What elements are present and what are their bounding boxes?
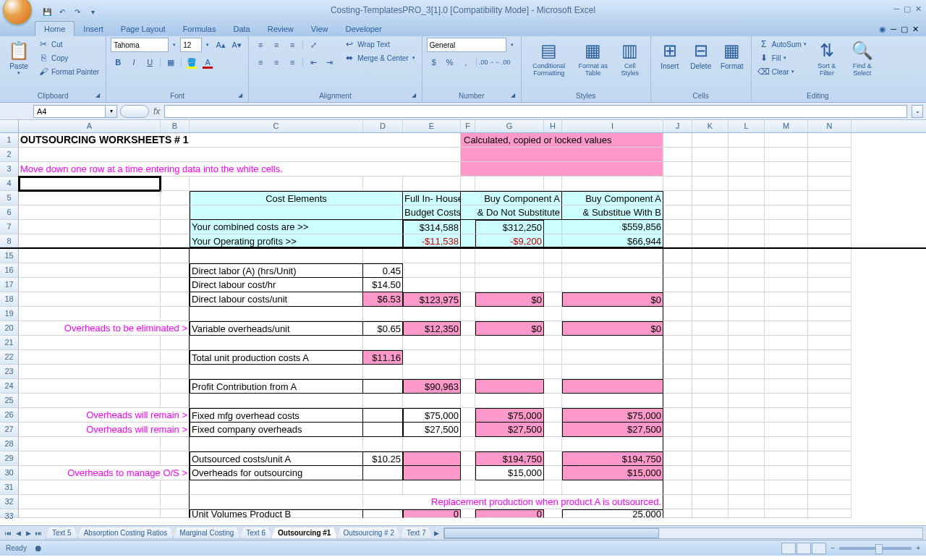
cell[interactable]	[562, 307, 663, 321]
cell[interactable]	[663, 307, 692, 321]
cell[interactable]	[461, 423, 475, 437]
tab-data[interactable]: Data	[224, 22, 258, 36]
tab-nav-last-icon[interactable]: ⏭	[33, 530, 43, 537]
cell[interactable]: $0	[475, 292, 544, 307]
cell[interactable]	[544, 220, 562, 234]
cell[interactable]	[562, 437, 663, 451]
cell[interactable]	[461, 451, 475, 466]
cell[interactable]	[461, 321, 475, 336]
cell[interactable]: Budget Costs	[403, 205, 461, 220]
cell[interactable]	[808, 336, 851, 350]
font-launcher[interactable]: ◢	[238, 92, 247, 101]
name-box[interactable]: A4	[33, 105, 106, 118]
cell[interactable]	[19, 191, 161, 205]
cell[interactable]: $14.50	[363, 278, 403, 292]
cell[interactable]	[808, 205, 851, 220]
cell[interactable]	[461, 234, 475, 247]
cell[interactable]	[663, 148, 692, 162]
cell[interactable]	[461, 177, 475, 191]
cell[interactable]	[729, 350, 765, 365]
sheet-tab-absorption-costing-ratios[interactable]: Absorption Costing Ratios	[77, 527, 174, 539]
row-header-21[interactable]: 21	[0, 336, 19, 350]
cell[interactable]	[190, 177, 363, 191]
cell[interactable]: Variable overheads/unit	[190, 321, 363, 336]
tab-developer[interactable]: Developer	[336, 22, 390, 36]
cell[interactable]	[161, 350, 190, 365]
cell[interactable]	[692, 220, 729, 234]
cell[interactable]	[729, 321, 765, 336]
clear-button[interactable]: ⌫Clear▾	[756, 65, 809, 78]
cell[interactable]	[190, 394, 363, 408]
cell[interactable]	[808, 509, 851, 518]
cell[interactable]	[692, 408, 729, 423]
percent-button[interactable]: %	[443, 55, 457, 69]
cell[interactable]	[19, 292, 161, 307]
cell[interactable]	[562, 336, 663, 350]
col-header-K[interactable]: K	[692, 120, 729, 132]
cell[interactable]: $12,350	[403, 321, 461, 336]
cell[interactable]	[403, 307, 461, 321]
font-color-button[interactable]: A	[200, 55, 215, 69]
cell[interactable]: $11.16	[363, 350, 403, 365]
cell[interactable]	[663, 263, 692, 278]
cell[interactable]	[663, 423, 692, 437]
cell[interactable]	[765, 177, 808, 191]
col-header-I[interactable]: I	[562, 120, 663, 132]
merge-center-button[interactable]: ⬌Merge & Center▾	[341, 51, 417, 64]
align-bottom-button[interactable]: ≡	[285, 38, 300, 52]
cell[interactable]	[190, 437, 363, 451]
cell[interactable]	[475, 480, 544, 495]
cell[interactable]	[729, 466, 765, 480]
cell[interactable]	[363, 177, 403, 191]
row-header-6[interactable]: 6	[0, 205, 19, 220]
cell[interactable]	[19, 451, 161, 466]
cell[interactable]	[729, 408, 765, 423]
cell[interactable]	[475, 249, 544, 263]
cell[interactable]	[692, 234, 729, 247]
cell[interactable]	[663, 379, 692, 394]
ribbon-min-icon[interactable]: ─	[891, 25, 896, 34]
namebox-dropdown-icon[interactable]: ▾	[106, 105, 117, 118]
cell-A4[interactable]	[19, 177, 161, 191]
cell[interactable]	[729, 205, 765, 220]
cell[interactable]	[765, 263, 808, 278]
font-size-input[interactable]	[180, 38, 202, 52]
align-center-button[interactable]: ≡	[269, 55, 284, 69]
cell[interactable]	[765, 394, 808, 408]
row-header-30[interactable]: 30	[0, 466, 19, 480]
dec-decimal-button[interactable]: ←.00	[496, 55, 510, 69]
cell[interactable]: 25,000	[562, 509, 663, 518]
cell[interactable]	[692, 162, 729, 177]
underline-button[interactable]: U	[143, 55, 157, 69]
cell[interactable]	[461, 408, 475, 423]
cell[interactable]	[765, 480, 808, 495]
col-header-A[interactable]: A	[19, 120, 161, 132]
row-header-23[interactable]: 23	[0, 365, 19, 379]
cell[interactable]: $27,500	[475, 423, 544, 437]
shrink-font-button[interactable]: A▾	[229, 38, 244, 52]
formula-input[interactable]	[164, 105, 907, 118]
tab-insert[interactable]: Insert	[75, 22, 112, 36]
cell[interactable]	[808, 177, 851, 191]
cell[interactable]	[461, 292, 475, 307]
fill-color-button[interactable]: 🪣	[184, 55, 199, 69]
cell[interactable]	[475, 278, 544, 292]
cell[interactable]	[729, 379, 765, 394]
row-header-3[interactable]: 3	[0, 162, 19, 177]
cell[interactable]	[692, 263, 729, 278]
col-header-F[interactable]: F	[461, 120, 475, 132]
cell[interactable]	[19, 350, 161, 365]
comma-button[interactable]: ,	[459, 55, 473, 69]
cell[interactable]: $27,500	[403, 423, 461, 437]
cell[interactable]: -$9,200	[475, 234, 544, 247]
cell[interactable]	[363, 480, 403, 495]
cell[interactable]	[765, 423, 808, 437]
cell[interactable]	[663, 480, 692, 495]
cell[interactable]: & Do Not Substitute	[461, 205, 562, 220]
cell[interactable]	[663, 336, 692, 350]
cell[interactable]: Unit Volumes Product B	[190, 509, 363, 518]
cell[interactable]	[808, 278, 851, 292]
cell[interactable]	[729, 177, 765, 191]
row-header-26[interactable]: 26	[0, 408, 19, 423]
cell[interactable]: $75,000	[403, 408, 461, 423]
